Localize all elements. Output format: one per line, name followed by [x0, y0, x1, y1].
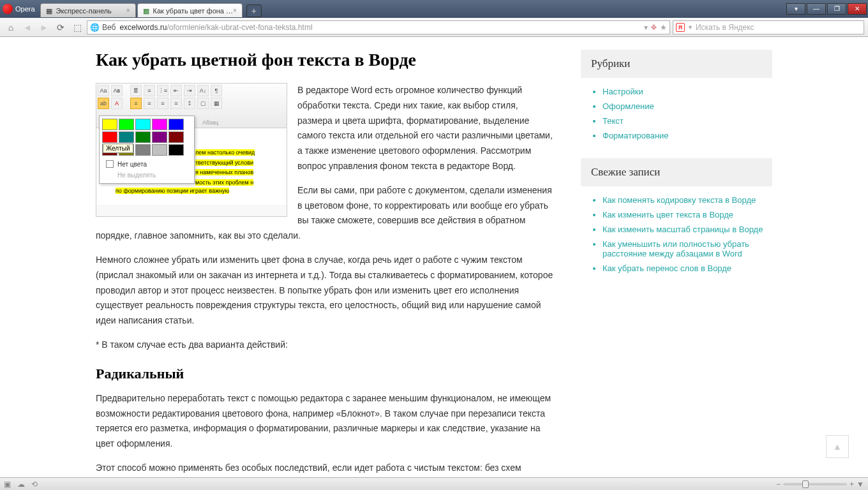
zoom-slider[interactable] — [783, 483, 847, 486]
color-black — [168, 144, 184, 156]
maximize-button[interactable]: ❐ — [827, 3, 846, 15]
align-right-icon: ≡ — [157, 98, 168, 109]
no-color-option: Нет цвета — [102, 158, 191, 170]
color-purple — [152, 131, 167, 143]
close-icon[interactable]: × — [233, 7, 237, 14]
paragraph: Немного сложнее убрать или изменить цвет… — [96, 253, 555, 329]
slider-thumb[interactable] — [802, 480, 809, 488]
color-red — [102, 131, 117, 143]
recent-link[interactable]: Как изменить масштаб страницы в Ворде — [602, 225, 763, 234]
bullets-icon: ≣ — [130, 85, 142, 96]
tab-speed-dial[interactable]: ▦ Экспресс-панель × — [40, 3, 136, 17]
scroll-to-top-button[interactable]: ▲ — [826, 435, 849, 458]
forward-button[interactable]: ► — [37, 20, 51, 34]
address-bar[interactable]: 🌐 Веб excelwords.ru/oformlenie/kak-ubrat… — [87, 20, 670, 34]
feed-icon[interactable]: ❖ — [650, 23, 657, 32]
close-icon[interactable]: × — [126, 7, 130, 14]
url-host: excelwords.ru — [119, 23, 167, 32]
color-gray — [135, 144, 151, 156]
panel-icon[interactable]: ▣ — [4, 480, 11, 489]
sync-icon[interactable]: ⟲ — [31, 480, 38, 489]
minimize-button[interactable]: — — [807, 3, 826, 15]
color-yellow: Желтый — [102, 119, 117, 130]
article-content: Как убрать цветной фон текста в Ворде Aa… — [96, 50, 555, 477]
list-item: Как уменьшить или полностью убрать расст… — [602, 237, 772, 261]
page-icon: ▩ — [143, 7, 151, 15]
page-viewport[interactable]: Как убрать цветной фон текста в Ворде Aa… — [0, 37, 868, 477]
rubric-link[interactable]: Оформление — [602, 101, 654, 111]
address-bar-actions: ▾ ❖ ★ — [644, 23, 667, 32]
reload-button[interactable]: ⟳ — [54, 20, 68, 34]
cloud-icon[interactable]: ☁ — [17, 480, 25, 489]
back-button[interactable]: ◄ — [20, 20, 34, 34]
tab-current-page[interactable]: ▩ Как убрать цвет фона … × — [137, 3, 243, 17]
paragraph: Этот способ можно применять без особых п… — [96, 461, 555, 476]
stop-button[interactable]: ⬚ — [70, 20, 84, 34]
search-bar[interactable]: Я ▼ Искать в Яндекс — [673, 20, 864, 34]
clear-format-icon: Aʙ — [111, 85, 123, 96]
url-text: excelwords.ru/oformlenie/kak-ubrat-cvet-… — [119, 23, 312, 32]
sort-icon: A↓ — [197, 85, 209, 96]
close-window-button[interactable]: ✕ — [848, 3, 867, 15]
recent-link[interactable]: Как убрать перенос слов в Ворде — [602, 264, 731, 273]
zoom-control: − + ▼ — [776, 480, 864, 489]
font-color-icon: A — [111, 98, 123, 109]
globe-icon: 🌐 — [90, 23, 100, 32]
list-item: Как изменить масштаб страницы в Ворде — [602, 222, 772, 237]
recent-link[interactable]: Как изменить цвет текста в Ворде — [602, 210, 733, 219]
color-blue — [168, 119, 184, 130]
list-item: Форматирование — [602, 128, 772, 143]
window-titlebar: Opera ▦ Экспресс-панель × ▩ Как убрать ц… — [0, 0, 868, 18]
new-tab-button[interactable]: + — [246, 4, 262, 17]
pilcrow-icon: ¶ — [211, 85, 222, 96]
list-item: Текст — [602, 114, 772, 128]
color-darkgreen — [135, 131, 151, 143]
rss-icon[interactable]: ▾ — [644, 23, 648, 32]
rubric-link[interactable]: Настройки — [602, 87, 643, 96]
color-green — [119, 119, 134, 130]
word-screenshot: Aa Aʙ ≣ ≡ ⋮≡ ⇤ ⇥ A↓ ¶ ab A — [96, 83, 287, 217]
color-maroon — [168, 131, 184, 143]
chevron-down-icon[interactable]: ▼ — [687, 24, 693, 31]
page-title: Как убрать цветной фон текста в Ворде — [96, 50, 555, 70]
indent-inc-icon: ⇥ — [184, 85, 195, 96]
align-center-icon: ≡ — [144, 98, 155, 109]
color-tooltip: Желтый — [103, 144, 133, 153]
recent-link[interactable]: Как поменять кодировку текста в Ворде — [602, 195, 756, 205]
rubric-link[interactable]: Текст — [602, 116, 624, 126]
paragraph: Предварительно переработать текст с помо… — [96, 391, 555, 452]
color-grid: Желтый — [102, 119, 191, 156]
rubrics-heading: Рубрики — [581, 50, 772, 78]
web-label: Веб — [102, 23, 116, 32]
yandex-icon: Я — [676, 23, 685, 32]
ribbon-group-label: Абзац — [202, 119, 218, 126]
paragraph: * В таком случае есть два варианта дейст… — [96, 338, 555, 353]
highlighted-text: лем настолько очевид — [195, 149, 255, 156]
window-controls: ▾ — ❐ ✕ — [786, 3, 868, 15]
dropdown-button[interactable]: ▾ — [786, 3, 805, 15]
no-highlight-label: Не выделять — [117, 172, 156, 179]
highlighted-text: я намеченных планов — [195, 169, 253, 175]
recent-link[interactable]: Как уменьшить или полностью убрать расст… — [602, 239, 749, 258]
zoom-in-button[interactable]: + — [849, 480, 854, 489]
tab-label: Экспресс-панель — [56, 7, 112, 15]
color-magenta — [152, 119, 167, 130]
color-teal — [119, 131, 134, 143]
no-highlight-option: Не выделять — [102, 170, 191, 181]
rubric-link[interactable]: Форматирование — [602, 131, 669, 140]
tab-label: Как убрать цвет фона … — [153, 7, 233, 15]
highlight-color-button: ab — [98, 98, 109, 109]
highlight-color-palette: Желтый — [99, 115, 195, 184]
section-heading: Радикальный — [96, 366, 555, 382]
zoom-dropdown[interactable]: ▼ — [857, 480, 864, 489]
indent-dec-icon: ⇤ — [170, 85, 182, 96]
list-item: Как изменить цвет текста в Ворде — [602, 207, 772, 222]
zoom-out-button[interactable]: − — [776, 480, 781, 489]
list-item: Как поменять кодировку текста в Ворде — [602, 193, 772, 207]
highlighted-text: по формированию позиции играет важную — [116, 188, 229, 194]
home-button[interactable]: ⌂ — [4, 20, 18, 34]
bookmark-star-icon[interactable]: ★ — [660, 23, 667, 32]
borders-icon: ▦ — [211, 98, 222, 109]
browser-toolbar: ⌂ ◄ ► ⟳ ⬚ 🌐 Веб excelwords.ru/oformlenie… — [0, 18, 868, 37]
numbering-icon: ≡ — [144, 85, 155, 96]
